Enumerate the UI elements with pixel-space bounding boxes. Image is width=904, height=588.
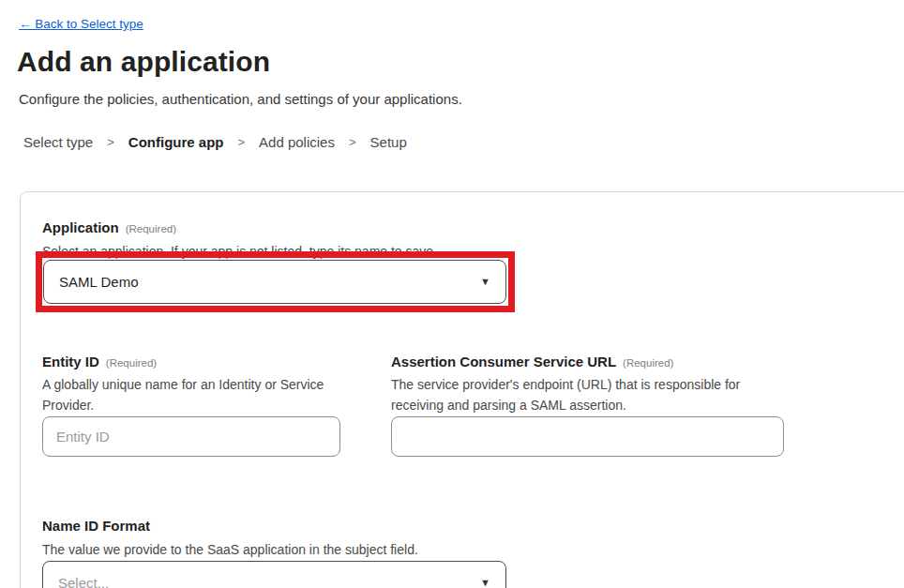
back-to-select-type-link[interactable]: ← Back to Select type — [19, 17, 143, 31]
entity-id-field[interactable] — [42, 416, 340, 457]
name-id-format-select[interactable]: Select... ▼ — [42, 561, 506, 588]
application-required-tag: (Required) — [126, 223, 176, 234]
application-select-value: SAML Demo — [59, 274, 138, 290]
breadcrumb: Select type > Configure app > Add polici… — [23, 134, 407, 150]
breadcrumb-step-configure-app[interactable]: Configure app — [128, 134, 224, 150]
acs-url-required-tag: (Required) — [623, 357, 673, 369]
application-select[interactable]: SAML Demo ▼ — [43, 260, 506, 304]
application-label: Application — [42, 219, 119, 235]
entity-id-label-row: Entity ID (Required) — [42, 354, 157, 369]
page: ← Back to Select type Add an application… — [0, 0, 904, 588]
name-id-format-description: The value we provide to the SaaS applica… — [42, 539, 418, 560]
breadcrumb-step-select-type[interactable]: Select type — [23, 134, 93, 150]
chevron-down-icon: ▼ — [480, 277, 490, 287]
breadcrumb-separator: > — [349, 135, 356, 149]
breadcrumb-separator: > — [237, 135, 245, 149]
entity-id-label: Entity ID — [42, 354, 99, 369]
acs-url-label: Assertion Consumer Service URL — [391, 354, 616, 369]
breadcrumb-separator: > — [107, 135, 114, 149]
chevron-down-icon: ▼ — [480, 578, 490, 588]
entity-id-required-tag: (Required) — [106, 357, 157, 369]
breadcrumb-step-add-policies[interactable]: Add policies — [259, 134, 335, 150]
application-description: Select an application. If your app is no… — [42, 241, 437, 262]
name-id-format-label: Name ID Format — [42, 518, 150, 534]
page-title: Add an application — [17, 46, 270, 78]
page-subtitle: Configure the policies, authentication, … — [19, 91, 462, 107]
entity-id-description: A globally unique name for an Identity o… — [42, 374, 356, 415]
breadcrumb-step-setup[interactable]: Setup — [370, 134, 407, 150]
acs-url-description: The service provider's endpoint (URL) th… — [391, 374, 752, 415]
name-id-format-label-row: Name ID Format — [42, 518, 150, 534]
application-label-row: Application (Required) — [42, 219, 176, 235]
acs-url-label-row: Assertion Consumer Service URL (Required… — [391, 354, 673, 369]
acs-url-field[interactable] — [391, 416, 784, 457]
name-id-format-select-value: Select... — [58, 575, 109, 588]
